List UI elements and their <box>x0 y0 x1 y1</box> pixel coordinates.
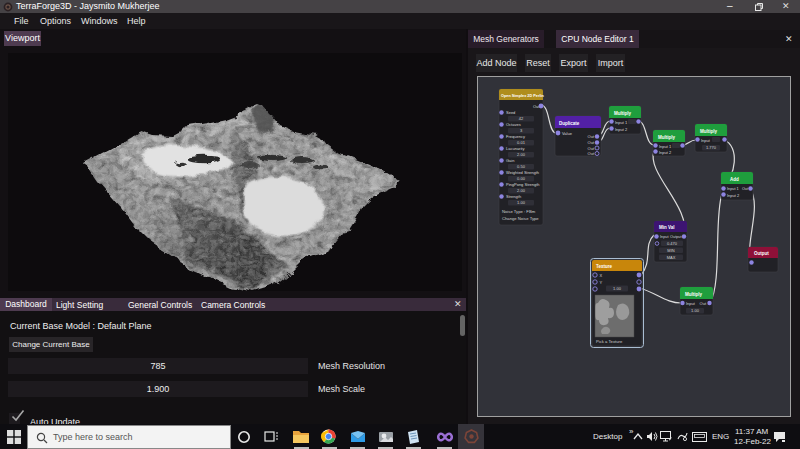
svg-text:Frequency: Frequency <box>506 134 525 139</box>
svg-text:Input 2: Input 2 <box>659 150 672 155</box>
svg-text:Gain: Gain <box>506 158 514 163</box>
svg-text:Input 1: Input 1 <box>659 144 672 149</box>
svg-text:Out: Out <box>588 140 595 145</box>
svg-text:Value: Value <box>562 131 573 136</box>
svg-text:Multiply: Multiply <box>685 292 702 297</box>
svg-text:MAX: MAX <box>667 255 676 260</box>
svg-text:2.00: 2.00 <box>517 188 526 193</box>
svg-text:1.00: 1.00 <box>517 200 526 205</box>
svg-text:42: 42 <box>519 116 524 121</box>
svg-text:PingPong Strength: PingPong Strength <box>506 182 540 187</box>
svg-text:Input: Input <box>660 235 669 239</box>
svg-text:Out: Out <box>588 134 595 139</box>
svg-text:Out: Out <box>588 151 595 156</box>
svg-text:Out: Out <box>700 301 707 306</box>
svg-text:2.00: 2.00 <box>517 152 526 157</box>
svg-text:Duplicate: Duplicate <box>559 121 580 126</box>
svg-text:Texture: Texture <box>596 264 612 269</box>
svg-text:Octaves: Octaves <box>506 122 521 127</box>
svg-text:Input: Input <box>686 301 696 306</box>
svg-text:Change Noise Type: Change Noise Type <box>502 216 539 221</box>
svg-text:Output: Output <box>754 251 769 256</box>
svg-text:Input 2: Input 2 <box>727 193 740 198</box>
svg-text:X: X <box>600 273 603 278</box>
svg-text:Open Simplex 2D Perlin: Open Simplex 2D Perlin <box>501 94 545 98</box>
svg-text:Y: Y <box>600 280 603 285</box>
svg-text:0.00: 0.00 <box>517 176 526 181</box>
svg-text:Input: Input <box>701 138 711 143</box>
svg-text:1.00: 1.00 <box>613 286 622 291</box>
svg-text:Min Val: Min Val <box>659 225 675 230</box>
svg-text:Lacunarity: Lacunarity <box>506 146 524 151</box>
svg-text:0.01: 0.01 <box>517 140 526 145</box>
svg-text:Pick a Texture: Pick a Texture <box>596 339 623 344</box>
svg-text:Multiply: Multiply <box>658 135 675 140</box>
svg-text:0.50: 0.50 <box>517 164 526 169</box>
svg-text:Multiply: Multiply <box>700 129 717 134</box>
svg-text:Output: Output <box>670 235 682 239</box>
svg-text:Input 1: Input 1 <box>727 187 739 191</box>
svg-text:0.470: 0.470 <box>667 241 678 246</box>
svg-text:Weighted Strength: Weighted Strength <box>506 170 539 175</box>
svg-text:Out: Out <box>588 146 595 151</box>
svg-text:Out: Out <box>742 187 749 191</box>
svg-text:Noise Type : FBm: Noise Type : FBm <box>502 209 536 214</box>
svg-text:Seed: Seed <box>506 110 515 115</box>
svg-text:1.770: 1.770 <box>706 145 717 150</box>
svg-text:Multiply: Multiply <box>614 111 631 116</box>
svg-text:Add: Add <box>730 177 739 182</box>
svg-text:Input 1: Input 1 <box>615 120 628 125</box>
svg-text:MIN: MIN <box>667 248 674 253</box>
svg-text:Strength: Strength <box>506 194 521 199</box>
svg-text:Input 2: Input 2 <box>615 127 628 132</box>
svg-text:1.00: 1.00 <box>691 308 700 313</box>
